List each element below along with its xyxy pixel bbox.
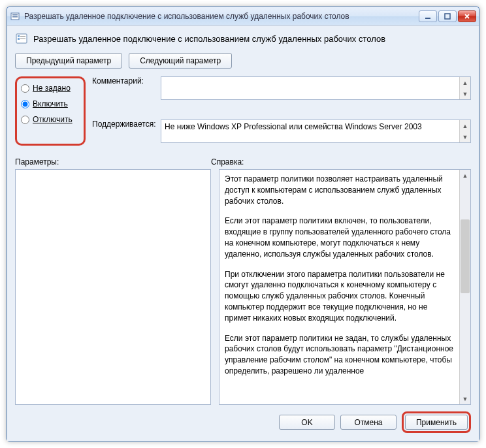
help-label: Справка: <box>211 157 244 167</box>
radio-not-configured-input[interactable] <box>21 84 29 93</box>
previous-setting-button[interactable]: Предыдущий параметр <box>15 53 122 69</box>
subtitle-row: Разрешать удаленное подключение с исполь… <box>15 32 471 45</box>
comment-label: Комментарий: <box>92 76 161 86</box>
close-button[interactable] <box>458 10 476 22</box>
scroll-down-icon[interactable]: ▼ <box>460 88 470 99</box>
svg-rect-1 <box>12 14 18 16</box>
help-paragraph: При отключении этого параметра политики … <box>225 269 454 324</box>
comment-row: Комментарий: ▲ ▼ <box>92 76 471 116</box>
section-labels: Параметры: Справка: <box>15 157 471 167</box>
options-content <box>16 170 210 404</box>
ok-button[interactable]: OK <box>279 415 335 430</box>
next-setting-button[interactable]: Следующий параметр <box>129 53 232 69</box>
svg-rect-8 <box>20 36 25 37</box>
svg-rect-4 <box>445 14 450 19</box>
apply-button[interactable]: Применить <box>405 415 468 430</box>
scroll-up-icon[interactable]: ▲ <box>460 170 470 181</box>
radio-group-highlight: Не задано Включить Отключить <box>15 76 86 146</box>
panels-row: Этот параметр политики позволяет настраи… <box>15 169 471 405</box>
supported-row: Поддерживается: Не ниже Windows XP Profe… <box>92 120 471 146</box>
scroll-up-icon[interactable]: ▲ <box>460 120 470 131</box>
comment-text[interactable] <box>161 77 459 99</box>
radio-enabled[interactable]: Включить <box>21 99 80 108</box>
radio-enabled-label: Включить <box>33 99 68 108</box>
radio-not-configured[interactable]: Не задано <box>21 84 80 93</box>
help-paragraph: Этот параметр политики позволяет настраи… <box>225 174 454 206</box>
scroll-down-icon[interactable]: ▼ <box>460 131 470 142</box>
help-paragraph: Если этот параметр политики не задан, то… <box>225 333 454 377</box>
scroll-up-icon[interactable]: ▲ <box>460 77 470 88</box>
help-scrollbar[interactable]: ▲ ▼ <box>459 170 470 404</box>
scroll-track[interactable] <box>460 181 470 393</box>
supported-label: Поддерживается: <box>92 120 161 129</box>
options-panel <box>15 169 211 405</box>
policy-subtitle: Разрешать удаленное подключение с исполь… <box>33 34 385 44</box>
radio-disabled[interactable]: Отключить <box>21 115 80 124</box>
help-content: Этот параметр политики позволяет настраи… <box>219 170 459 404</box>
options-label: Параметры: <box>15 157 211 167</box>
titlebar[interactable]: Разрешать удаленное подключение с исполь… <box>7 7 479 25</box>
radio-disabled-input[interactable] <box>21 116 29 124</box>
comment-scrollbar[interactable]: ▲ ▼ <box>459 77 470 99</box>
svg-rect-3 <box>425 18 430 19</box>
window-controls <box>419 10 476 22</box>
policy-icon <box>10 11 20 22</box>
scroll-down-icon[interactable]: ▼ <box>460 393 470 404</box>
gpo-icon <box>15 32 28 45</box>
maximize-button[interactable] <box>438 10 457 22</box>
dialog-footer: OK Отмена Применить <box>15 405 471 434</box>
radio-not-configured-label: Не задано <box>33 84 71 93</box>
cancel-button[interactable]: Отмена <box>340 415 397 430</box>
minimize-button[interactable] <box>419 10 437 22</box>
policy-editor-window: Разрешать удаленное подключение с исполь… <box>7 7 479 441</box>
help-paragraph: Если этот параметр политики включен, то … <box>225 216 454 259</box>
svg-rect-7 <box>18 38 20 40</box>
content-area: Разрешать удаленное подключение с исполь… <box>7 25 479 441</box>
window-title: Разрешать удаленное подключение с исполь… <box>24 12 419 21</box>
radio-enabled-input[interactable] <box>21 100 29 108</box>
supported-scrollbar[interactable]: ▲ ▼ <box>459 120 470 142</box>
comment-box[interactable]: ▲ ▼ <box>161 76 471 100</box>
apply-highlight: Применить <box>402 411 471 433</box>
radio-disabled-label: Отключить <box>33 115 73 124</box>
scroll-thumb[interactable] <box>461 219 470 294</box>
meta-column: Комментарий: ▲ ▼ Поддерживается: Не ниже… <box>92 76 471 146</box>
nav-buttons: Предыдущий параметр Следующий параметр <box>15 53 471 69</box>
supported-text: Не ниже Windows XP Professional или семе… <box>161 120 459 142</box>
config-row: Не задано Включить Отключить Комментарий… <box>15 76 471 146</box>
supported-box: Не ниже Windows XP Professional или семе… <box>161 120 471 143</box>
help-panel: Этот параметр политики позволяет настраи… <box>219 169 471 405</box>
svg-rect-9 <box>20 39 25 39</box>
svg-rect-2 <box>12 16 18 18</box>
svg-rect-6 <box>18 35 20 37</box>
